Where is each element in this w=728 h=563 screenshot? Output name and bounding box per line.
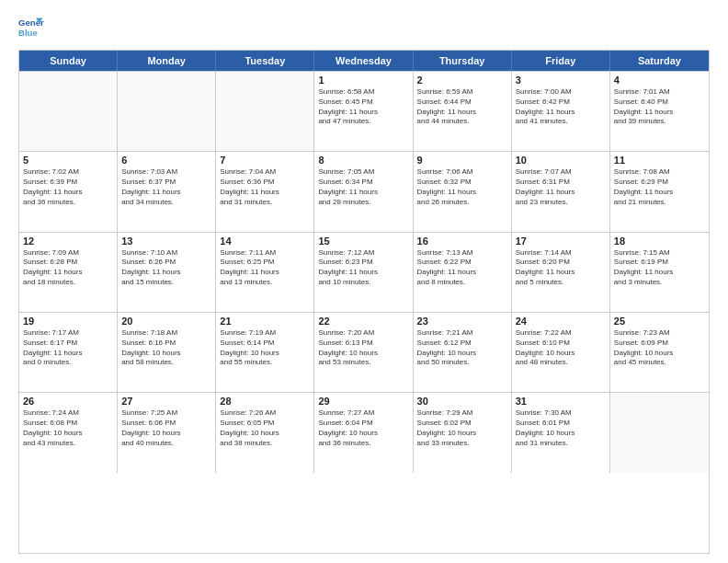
calendar-cell: 26Sunrise: 7:24 AM Sunset: 6:08 PM Dayli… — [19, 393, 118, 472]
day-number: 20 — [121, 316, 211, 327]
day-info: Sunrise: 7:14 AM Sunset: 6:20 PM Dayligh… — [516, 248, 606, 288]
calendar-cell: 12Sunrise: 7:09 AM Sunset: 6:28 PM Dayli… — [19, 233, 118, 312]
day-info: Sunrise: 7:26 AM Sunset: 6:05 PM Dayligh… — [220, 408, 310, 448]
calendar-row: 12Sunrise: 7:09 AM Sunset: 6:28 PM Dayli… — [19, 232, 709, 312]
calendar-cell: 1Sunrise: 6:58 AM Sunset: 6:45 PM Daylig… — [314, 72, 413, 151]
calendar-cell: 3Sunrise: 7:00 AM Sunset: 6:42 PM Daylig… — [512, 72, 610, 151]
day-info: Sunrise: 7:30 AM Sunset: 6:01 PM Dayligh… — [516, 408, 606, 448]
calendar-cell — [118, 72, 216, 151]
day-info: Sunrise: 7:05 AM Sunset: 6:34 PM Dayligh… — [318, 167, 408, 207]
day-number: 1 — [318, 75, 408, 86]
calendar-cell: 7Sunrise: 7:04 AM Sunset: 6:36 PM Daylig… — [216, 152, 314, 231]
day-info: Sunrise: 7:09 AM Sunset: 6:28 PM Dayligh… — [23, 248, 113, 288]
calendar-header: SundayMondayTuesdayWednesdayThursdayFrid… — [19, 51, 709, 71]
calendar-body: 1Sunrise: 6:58 AM Sunset: 6:45 PM Daylig… — [19, 71, 709, 553]
calendar-cell: 27Sunrise: 7:25 AM Sunset: 6:06 PM Dayli… — [118, 393, 216, 472]
calendar-cell: 30Sunrise: 7:29 AM Sunset: 6:02 PM Dayli… — [414, 393, 512, 472]
day-info: Sunrise: 7:01 AM Sunset: 6:40 PM Dayligh… — [614, 87, 705, 127]
day-number: 16 — [417, 236, 507, 247]
day-info: Sunrise: 7:10 AM Sunset: 6:26 PM Dayligh… — [121, 248, 211, 288]
day-number: 15 — [318, 236, 408, 247]
day-info: Sunrise: 7:27 AM Sunset: 6:04 PM Dayligh… — [318, 408, 408, 448]
weekday-header: Tuesday — [216, 51, 314, 71]
logo: General Blue — [18, 15, 44, 40]
day-info: Sunrise: 7:03 AM Sunset: 6:37 PM Dayligh… — [121, 167, 211, 207]
calendar-cell: 15Sunrise: 7:12 AM Sunset: 6:23 PM Dayli… — [314, 233, 413, 312]
weekday-header: Saturday — [610, 51, 709, 71]
weekday-header: Sunday — [19, 51, 118, 71]
calendar-cell: 13Sunrise: 7:10 AM Sunset: 6:26 PM Dayli… — [118, 233, 216, 312]
calendar-cell: 6Sunrise: 7:03 AM Sunset: 6:37 PM Daylig… — [118, 152, 216, 231]
day-number: 14 — [220, 236, 310, 247]
calendar-cell: 24Sunrise: 7:22 AM Sunset: 6:10 PM Dayli… — [512, 313, 610, 392]
day-number: 19 — [23, 316, 113, 327]
calendar-cell: 5Sunrise: 7:02 AM Sunset: 6:39 PM Daylig… — [19, 152, 118, 231]
day-info: Sunrise: 7:15 AM Sunset: 6:19 PM Dayligh… — [614, 248, 705, 288]
calendar-cell: 19Sunrise: 7:17 AM Sunset: 6:17 PM Dayli… — [19, 313, 118, 392]
day-info: Sunrise: 7:12 AM Sunset: 6:23 PM Dayligh… — [318, 248, 408, 288]
svg-text:Blue: Blue — [18, 28, 38, 38]
calendar-row: 1Sunrise: 6:58 AM Sunset: 6:45 PM Daylig… — [19, 71, 709, 151]
day-number: 2 — [417, 75, 507, 86]
day-number: 3 — [516, 75, 606, 86]
calendar-cell: 8Sunrise: 7:05 AM Sunset: 6:34 PM Daylig… — [314, 152, 413, 231]
calendar-cell: 28Sunrise: 7:26 AM Sunset: 6:05 PM Dayli… — [216, 393, 314, 472]
day-info: Sunrise: 7:13 AM Sunset: 6:22 PM Dayligh… — [417, 248, 507, 288]
calendar-cell: 21Sunrise: 7:19 AM Sunset: 6:14 PM Dayli… — [216, 313, 314, 392]
calendar-cell: 25Sunrise: 7:23 AM Sunset: 6:09 PM Dayli… — [610, 313, 709, 392]
weekday-header: Thursday — [414, 51, 512, 71]
calendar-cell: 20Sunrise: 7:18 AM Sunset: 6:16 PM Dayli… — [118, 313, 216, 392]
day-info: Sunrise: 7:22 AM Sunset: 6:10 PM Dayligh… — [516, 328, 606, 368]
calendar-cell: 31Sunrise: 7:30 AM Sunset: 6:01 PM Dayli… — [512, 393, 610, 472]
day-number: 17 — [516, 236, 606, 247]
calendar-cell: 23Sunrise: 7:21 AM Sunset: 6:12 PM Dayli… — [414, 313, 512, 392]
day-info: Sunrise: 7:02 AM Sunset: 6:39 PM Dayligh… — [23, 167, 113, 207]
calendar-cell: 22Sunrise: 7:20 AM Sunset: 6:13 PM Dayli… — [314, 313, 413, 392]
day-number: 7 — [220, 155, 310, 166]
calendar-cell: 18Sunrise: 7:15 AM Sunset: 6:19 PM Dayli… — [610, 233, 709, 312]
calendar-cell: 29Sunrise: 7:27 AM Sunset: 6:04 PM Dayli… — [314, 393, 413, 472]
calendar: SundayMondayTuesdayWednesdayThursdayFrid… — [18, 50, 710, 554]
calendar-cell — [610, 393, 709, 472]
day-number: 22 — [318, 316, 408, 327]
day-info: Sunrise: 7:07 AM Sunset: 6:31 PM Dayligh… — [516, 167, 606, 207]
day-info: Sunrise: 7:23 AM Sunset: 6:09 PM Dayligh… — [614, 328, 705, 368]
day-info: Sunrise: 7:29 AM Sunset: 6:02 PM Dayligh… — [417, 408, 507, 448]
calendar-cell: 2Sunrise: 6:59 AM Sunset: 6:44 PM Daylig… — [414, 72, 512, 151]
day-number: 18 — [614, 236, 705, 247]
day-number: 9 — [417, 155, 507, 166]
day-info: Sunrise: 7:19 AM Sunset: 6:14 PM Dayligh… — [220, 328, 310, 368]
day-info: Sunrise: 7:04 AM Sunset: 6:36 PM Dayligh… — [220, 167, 310, 207]
calendar-cell: 9Sunrise: 7:06 AM Sunset: 6:32 PM Daylig… — [414, 152, 512, 231]
day-info: Sunrise: 7:00 AM Sunset: 6:42 PM Dayligh… — [516, 87, 606, 127]
calendar-cell: 14Sunrise: 7:11 AM Sunset: 6:25 PM Dayli… — [216, 233, 314, 312]
day-info: Sunrise: 7:17 AM Sunset: 6:17 PM Dayligh… — [23, 328, 113, 368]
day-info: Sunrise: 7:21 AM Sunset: 6:12 PM Dayligh… — [417, 328, 507, 368]
day-number: 8 — [318, 155, 408, 166]
day-info: Sunrise: 7:08 AM Sunset: 6:29 PM Dayligh… — [614, 167, 705, 207]
calendar-cell — [19, 72, 118, 151]
calendar-cell: 10Sunrise: 7:07 AM Sunset: 6:31 PM Dayli… — [512, 152, 610, 231]
day-info: Sunrise: 7:25 AM Sunset: 6:06 PM Dayligh… — [121, 408, 211, 448]
calendar-cell: 16Sunrise: 7:13 AM Sunset: 6:22 PM Dayli… — [414, 233, 512, 312]
header: General Blue — [18, 15, 710, 40]
calendar-row: 26Sunrise: 7:24 AM Sunset: 6:08 PM Dayli… — [19, 392, 709, 472]
day-number: 5 — [23, 155, 113, 166]
day-number: 12 — [23, 236, 113, 247]
calendar-cell — [216, 72, 314, 151]
day-number: 11 — [614, 155, 705, 166]
calendar-cell: 11Sunrise: 7:08 AM Sunset: 6:29 PM Dayli… — [610, 152, 709, 231]
day-number: 24 — [516, 316, 606, 327]
day-number: 26 — [23, 396, 113, 407]
day-number: 6 — [121, 155, 211, 166]
day-number: 28 — [220, 396, 310, 407]
day-number: 25 — [614, 316, 705, 327]
calendar-row: 5Sunrise: 7:02 AM Sunset: 6:39 PM Daylig… — [19, 151, 709, 231]
day-info: Sunrise: 6:58 AM Sunset: 6:45 PM Dayligh… — [318, 87, 408, 127]
day-number: 31 — [516, 396, 606, 407]
day-number: 10 — [516, 155, 606, 166]
logo-icon: General Blue — [18, 15, 44, 40]
weekday-header: Wednesday — [314, 51, 413, 71]
page: General Blue SundayMondayTuesdayWednesda… — [0, 0, 728, 563]
day-number: 4 — [614, 75, 705, 86]
